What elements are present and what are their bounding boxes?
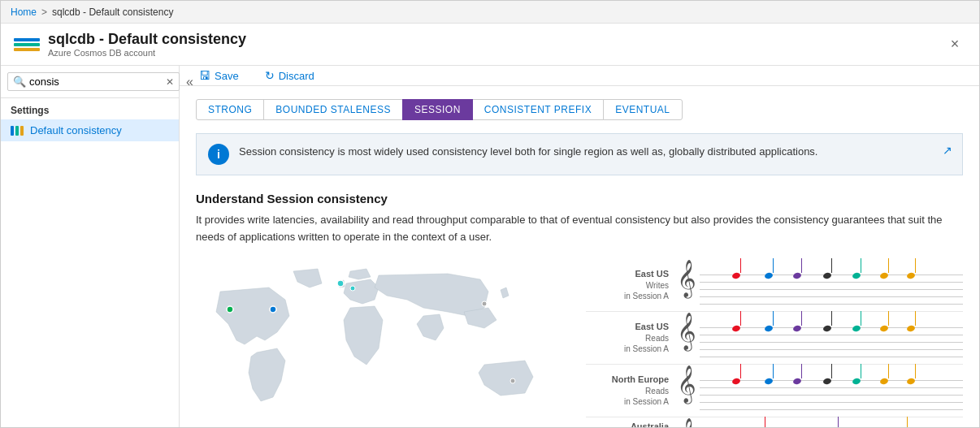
search-input[interactable] — [29, 76, 166, 88]
search-icon: 🔍 — [13, 76, 26, 88]
sidebar-item-default-consistency[interactable]: Default consistency — [1, 119, 179, 141]
music-note — [823, 273, 831, 279]
tab-bounded-staleness[interactable]: BOUNDED STALENESS — [263, 99, 403, 120]
tab-consistent-prefix[interactable]: CONSISTENT PREFIX — [472, 99, 604, 120]
svg-point-4 — [482, 301, 487, 306]
info-icon: i — [208, 144, 229, 165]
sidebar: 🔍 ✕ « Settings Default consistency — [1, 66, 180, 427]
music-note — [852, 326, 861, 331]
world-map-svg — [196, 259, 586, 427]
staff-lines — [675, 425, 963, 427]
breadcrumb-current: sqlcdb - Default consistency — [52, 6, 173, 18]
viz-area: East USWritesin Session A𝄞East USReadsin… — [196, 259, 963, 427]
svg-point-5 — [227, 306, 233, 313]
svg-point-0 — [270, 306, 276, 313]
music-note — [907, 273, 915, 279]
staff-lines — [675, 319, 963, 356]
staff-area: 𝄞 — [675, 311, 963, 364]
info-external-link-icon[interactable]: ↗ — [943, 144, 952, 157]
music-note — [793, 273, 801, 279]
title-left: sqlcdb - Default consistency Azure Cosmo… — [14, 31, 246, 58]
music-row: North EuropeReadsin Session A𝄞 — [586, 365, 963, 417]
music-row-label: North EuropeReadsin Session A — [586, 374, 675, 406]
section-desc: It provides write latencies, availabilit… — [196, 212, 963, 246]
staff-area: 𝄞 — [675, 258, 963, 311]
music-note — [765, 378, 773, 384]
music-note — [823, 326, 831, 331]
music-row: East USReadsin Session A𝄞 — [586, 312, 963, 365]
music-row-label: East USReadsin Session A — [586, 321, 675, 353]
info-box: i Session consistency is most widely use… — [196, 133, 963, 175]
description-section: Understand Session consistency It provid… — [196, 192, 963, 246]
svg-point-2 — [350, 286, 355, 291]
music-note — [823, 378, 831, 384]
breadcrumb-bar: Home > sqlcdb - Default consistency — [1, 1, 979, 24]
page-subtitle: Azure Cosmos DB account — [48, 48, 246, 58]
tab-session[interactable]: SESSION — [402, 99, 473, 120]
music-note — [765, 273, 773, 279]
sidebar-section-label: Settings — [1, 98, 179, 119]
sidebar-item-label: Default consistency — [30, 124, 122, 136]
app-window: Home > sqlcdb - Default consistency sqlc… — [0, 0, 980, 428]
close-button[interactable]: × — [943, 33, 966, 56]
search-bar: 🔍 ✕ « — [1, 66, 179, 98]
music-note — [793, 326, 801, 331]
main-body: 🔍 ✕ « Settings Default consistency — [1, 66, 979, 427]
music-row-label: Australia SoutheastReadsin Session B — [586, 421, 675, 427]
content-inner: STRONG BOUNDED STALENESS SESSION CONSIST… — [180, 86, 979, 427]
svg-point-1 — [337, 280, 344, 287]
music-note — [907, 326, 915, 331]
toolbar: 🖫 Save ↻ Discard — [180, 66, 979, 86]
music-note — [732, 326, 740, 331]
music-note — [907, 378, 915, 384]
tab-eventual[interactable]: EVENTUAL — [603, 99, 682, 120]
staff-lines — [675, 266, 963, 303]
music-viz: East USWritesin Session A𝄞East USReadsin… — [586, 259, 963, 427]
music-note — [880, 326, 888, 331]
music-note — [732, 378, 740, 384]
content-area: 🖫 Save ↻ Discard STRONG BOUNDED STALENES… — [180, 66, 979, 427]
breadcrumb-home[interactable]: Home — [11, 6, 37, 18]
music-note — [880, 378, 888, 384]
search-input-wrap[interactable]: 🔍 ✕ — [7, 72, 180, 91]
world-map — [196, 259, 586, 427]
title-bar: sqlcdb - Default consistency Azure Cosmo… — [1, 24, 979, 66]
svg-point-3 — [510, 378, 515, 383]
cosmos-db-icon — [14, 32, 40, 58]
music-row: East USWritesin Session A𝄞 — [586, 259, 963, 312]
breadcrumb-sep1: > — [41, 6, 47, 18]
discard-icon: ↻ — [265, 69, 275, 82]
save-button[interactable]: 🖫 Save — [193, 66, 245, 85]
page-title: sqlcdb - Default consistency — [48, 31, 246, 48]
title-text: sqlcdb - Default consistency Azure Cosmo… — [48, 31, 246, 58]
music-note — [765, 326, 773, 331]
search-clear-button[interactable]: ✕ — [166, 76, 174, 88]
consistency-tabs: STRONG BOUNDED STALENESS SESSION CONSIST… — [196, 99, 963, 120]
save-label: Save — [215, 70, 239, 82]
staff-area: 𝄞 — [675, 364, 963, 417]
staff-lines — [675, 372, 963, 409]
music-row: Australia SoutheastReadsin Session B𝄞 — [586, 417, 963, 427]
discard-button[interactable]: ↻ Discard — [258, 66, 321, 85]
discard-label: Discard — [279, 70, 314, 82]
info-text: Session consistency is most widely used … — [239, 144, 951, 160]
music-note — [793, 378, 801, 384]
save-icon: 🖫 — [199, 69, 210, 82]
sidebar-item-icon — [11, 126, 24, 136]
music-note — [852, 273, 861, 279]
staff-area: 𝄞 — [675, 417, 963, 427]
tab-strong[interactable]: STRONG — [196, 99, 264, 120]
music-row-label: East USWritesin Session A — [586, 268, 675, 300]
music-note — [880, 273, 888, 279]
music-note — [732, 273, 740, 279]
music-note — [852, 378, 861, 384]
section-title: Understand Session consistency — [196, 192, 963, 205]
